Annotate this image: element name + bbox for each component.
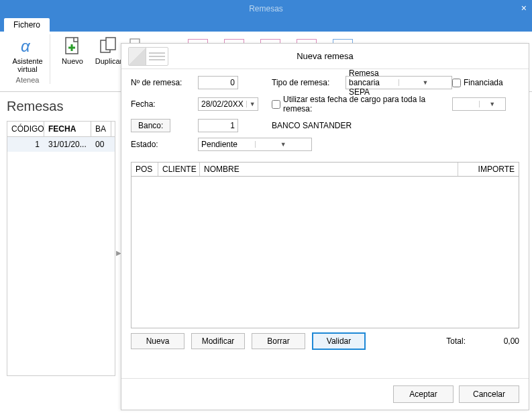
svg-rect-5 [106, 38, 115, 50]
ribbon-btn-label: Asistente virtual [12, 57, 42, 73]
svg-text:α: α [21, 37, 31, 55]
usar-fecha-checkbox[interactable]: Utilizar esta fecha de cargo para toda l… [272, 95, 452, 113]
titlebar: Remesas × [0, 0, 532, 17]
nuevo-button[interactable]: Nuevo [56, 34, 89, 66]
left-panel: Remesas CÓDIGO FECHA BA 1 31/01/20... 00 [0, 92, 115, 413]
combo-value: Pendiente [199, 140, 255, 149]
num-remesa-input[interactable] [198, 76, 238, 89]
validar-button[interactable]: Validar [312, 332, 366, 350]
col-importe[interactable]: IMPORTE [458, 163, 519, 176]
lineas-grid[interactable]: POS CLIENTE NOMBRE IMPORTE [131, 162, 519, 328]
col-codigo[interactable]: CÓDIGO [7, 122, 44, 136]
remesas-grid[interactable]: CÓDIGO FECHA BA 1 31/01/20... 00 [7, 121, 115, 376]
chevron-down-icon[interactable]: ▼ [246, 101, 258, 107]
cell-ba: 00 [91, 137, 111, 152]
fecha-input[interactable]: 28/02/20XX ▼ [198, 97, 258, 111]
chevron-down-icon[interactable]: ▼ [479, 101, 506, 107]
banco-button[interactable]: Banco: [131, 119, 170, 132]
col-fecha[interactable]: FECHA [44, 122, 91, 136]
col-ba[interactable]: BA [91, 122, 111, 136]
tipo-remesa-label: Tipo de remesa: [272, 78, 345, 87]
banco-code-input[interactable] [198, 119, 238, 132]
financiada-check-input[interactable] [452, 79, 461, 87]
dialog-header: Nueva remesa [121, 44, 529, 69]
grid-header: CÓDIGO FECHA BA [7, 122, 115, 137]
borrar-button[interactable]: Borrar [252, 333, 305, 349]
lineas-grid-header: POS CLIENTE NOMBRE IMPORTE [131, 163, 519, 177]
usar-fecha-label: Utilizar esta fecha de cargo para toda l… [283, 95, 452, 113]
num-remesa-label: Nº de remesa: [131, 78, 198, 87]
tipo-remesa-combo[interactable]: Remesa bancaria SEPA ▼ [345, 76, 452, 89]
chevron-down-icon[interactable]: ▼ [255, 141, 312, 148]
cell-codigo: 1 [7, 137, 44, 152]
nueva-remesa-dialog: Nueva remesa Nº de remesa: Tipo de remes… [121, 43, 529, 410]
aceptar-button[interactable]: Aceptar [393, 385, 454, 403]
estado-label: Estado: [131, 140, 198, 149]
total-value: 0,00 [472, 336, 519, 346]
nueva-linea-button[interactable]: Nueva [131, 333, 184, 349]
financiada-label: Financiada [464, 78, 503, 87]
fecha-cargo-combo[interactable]: ▼ [452, 97, 506, 111]
tab-fichero[interactable]: Fichero [4, 18, 50, 32]
window-title: Remesas [249, 4, 283, 13]
page-title: Remesas [7, 99, 115, 114]
fecha-label: Fecha: [131, 99, 198, 109]
cell-fecha: 31/01/20... [44, 137, 91, 152]
dialog-title: Nueva remesa [128, 51, 522, 61]
cancelar-button[interactable]: Cancelar [459, 385, 519, 403]
ribbon-btn-label: Nuevo [62, 57, 83, 65]
chevron-down-icon[interactable]: ▼ [398, 79, 451, 86]
duplicate-icon [98, 36, 119, 57]
assistant-icon: α [17, 36, 38, 57]
estado-combo[interactable]: Pendiente ▼ [198, 138, 312, 151]
combo-value: Remesa bancaria SEPA [346, 68, 398, 97]
total-label: Total: [446, 336, 466, 346]
fecha-value: 28/02/20XX [199, 99, 246, 109]
usar-fecha-check-input[interactable] [272, 100, 280, 109]
banco-name: BANCO SANTANDER [272, 121, 519, 130]
close-icon[interactable]: × [521, 3, 527, 13]
col-nombre[interactable]: NOMBRE [200, 163, 458, 176]
ribbon-btn-label: Duplicar [95, 57, 122, 65]
ribbon-group-label: Atenea [16, 76, 40, 84]
new-document-icon [62, 36, 83, 57]
ribbon-group-atenea: α Asistente virtual Atenea [5, 34, 50, 84]
asistente-virtual-button[interactable]: α Asistente virtual [11, 34, 44, 75]
col-pos[interactable]: POS [131, 163, 158, 176]
tab-strip: Fichero [0, 17, 532, 32]
grid-buttons-row: Nueva Modificar Borrar Validar Total: 0,… [121, 328, 529, 354]
financiada-checkbox[interactable]: Financiada [452, 78, 519, 87]
dialog-footer: Aceptar Cancelar [121, 378, 529, 410]
col-cliente[interactable]: CLIENTE [158, 163, 200, 176]
dialog-form: Nº de remesa: Tipo de remesa: Remesa ban… [121, 69, 529, 158]
modificar-button[interactable]: Modificar [191, 333, 245, 349]
grid-row[interactable]: 1 31/01/20... 00 [7, 137, 115, 152]
